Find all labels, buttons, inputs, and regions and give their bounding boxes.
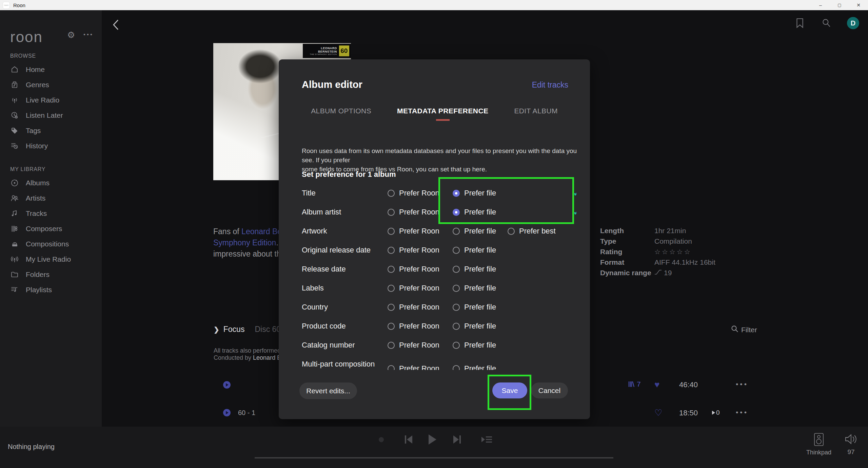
heart-outline-icon[interactable]: ♡ <box>654 408 662 418</box>
prefer-best-option[interactable]: Prefer best <box>508 227 556 236</box>
tab-album-options[interactable]: ALBUM OPTIONS <box>311 107 371 121</box>
album-link[interactable]: Symphony Edition <box>213 238 276 247</box>
radio-unselected[interactable] <box>388 304 395 311</box>
radio-unselected[interactable] <box>453 342 460 349</box>
sidebar-item-playlists[interactable]: Playlists <box>10 282 98 297</box>
track-more-button[interactable]: ••• <box>736 408 748 416</box>
sidebar-item-genres[interactable]: Genres <box>10 77 98 92</box>
radio-unselected[interactable] <box>453 323 460 330</box>
prefer-file-option[interactable]: Prefer file <box>453 303 508 312</box>
prefer-roon-option[interactable]: Prefer Roon <box>388 189 453 198</box>
disc-filter-dropdown[interactable]: Disc 60 <box>255 325 281 334</box>
avatar[interactable]: D <box>847 17 859 29</box>
cancel-button[interactable]: Cancel <box>531 382 568 398</box>
close-button[interactable]: ✕ <box>849 0 868 10</box>
back-button[interactable] <box>112 19 120 32</box>
play-button[interactable] <box>428 434 437 445</box>
preference-label: Artwork <box>302 227 388 236</box>
sidebar-item-albums[interactable]: Albums <box>10 175 98 190</box>
radio-unselected[interactable] <box>388 285 395 292</box>
preference-label: Labels <box>302 284 388 293</box>
radio-unselected[interactable] <box>453 266 460 273</box>
prefer-file-option[interactable]: Prefer file <box>453 265 508 274</box>
sidebar-item-folders[interactable]: Folders <box>10 267 98 282</box>
filter-control[interactable]: Filter <box>731 325 757 334</box>
play-track-button[interactable] <box>223 409 231 416</box>
prefer-file-option[interactable]: Prefer file <box>453 364 508 370</box>
edit-tracks-link[interactable]: Edit tracks <box>532 80 568 90</box>
prefer-file-option[interactable]: Prefer file <box>453 208 508 217</box>
radio-unselected[interactable] <box>453 285 460 292</box>
tab-edit-album[interactable]: EDIT ALBUM <box>514 107 557 121</box>
save-button[interactable]: Save <box>492 382 527 398</box>
prefer-roon-option[interactable]: Prefer Roon <box>388 208 453 217</box>
previous-track-button[interactable] <box>404 435 413 444</box>
focus-button[interactable]: Focus <box>223 325 245 334</box>
volume-control[interactable]: 97 <box>841 433 861 456</box>
tab-metadata-preference[interactable]: METADATA PREFERENCE <box>397 107 488 121</box>
more-options-icon[interactable]: ••• <box>83 31 94 38</box>
sidebar-section-label: BROWSE <box>10 53 98 59</box>
search-icon[interactable] <box>822 18 831 30</box>
sidebar-item-tags[interactable]: Tags <box>10 123 98 138</box>
composers-icon <box>10 224 19 233</box>
prefer-file-option[interactable]: Prefer file <box>453 189 508 198</box>
radio-unselected[interactable] <box>453 304 460 311</box>
sidebar-item-tracks[interactable]: Tracks <box>10 206 98 221</box>
radio-unselected[interactable] <box>508 228 515 235</box>
set-preference-heading: Set preference for 1 album <box>302 170 396 179</box>
prefer-roon-option[interactable]: Prefer Roon <box>388 341 453 350</box>
sidebar-item-composers[interactable]: Composers <box>10 221 98 236</box>
radio-unselected[interactable] <box>388 228 395 235</box>
heart-filled-icon[interactable]: ♥ <box>654 379 659 390</box>
queue-icon[interactable] <box>481 435 492 444</box>
sidebar-item-artists[interactable]: Artists <box>10 190 98 206</box>
minimize-button[interactable]: – <box>811 0 830 10</box>
play-track-button[interactable] <box>223 381 231 389</box>
album-info-type: TypeCompilation <box>600 236 715 246</box>
sidebar-item-label: Folders <box>26 270 50 279</box>
rating-stars[interactable]: ☆☆☆☆☆ <box>654 248 692 256</box>
track-more-button[interactable]: ••• <box>736 380 748 388</box>
radio-unselected[interactable] <box>388 342 395 349</box>
prefer-roon-option[interactable]: Prefer Roon <box>388 227 453 236</box>
record-button[interactable] <box>379 437 384 442</box>
prefer-file-option[interactable]: Prefer file <box>453 246 508 255</box>
versions-control[interactable]: 7 <box>628 380 641 388</box>
prefer-roon-option[interactable]: Prefer Roon <box>388 322 453 331</box>
radio-unselected[interactable] <box>388 266 395 273</box>
radio-unselected[interactable] <box>388 323 395 330</box>
maximize-button[interactable]: ▢ <box>830 0 849 10</box>
prefer-roon-option[interactable]: Prefer Roon <box>388 284 453 293</box>
next-track-button[interactable] <box>453 435 461 444</box>
sidebar-item-compositions[interactable]: Compositions <box>10 236 98 251</box>
revert-edits-button[interactable]: Revert edits... <box>299 382 357 399</box>
radio-selected[interactable] <box>453 209 460 216</box>
bookmark-icon[interactable] <box>795 18 804 30</box>
radio-unselected[interactable] <box>453 228 460 235</box>
radio-unselected[interactable] <box>388 365 395 370</box>
radio-unselected[interactable] <box>388 190 395 197</box>
radio-unselected[interactable] <box>453 247 460 254</box>
prefer-file-option[interactable]: Prefer file <box>453 341 508 350</box>
sidebar-item-live-radio[interactable]: Live Radio <box>10 92 98 108</box>
radio-selected[interactable] <box>453 190 460 197</box>
prefer-file-option[interactable]: Prefer file <box>453 284 508 293</box>
radio-unselected[interactable] <box>388 209 395 216</box>
sidebar-item-history[interactable]: History <box>10 138 98 153</box>
settings-gear-icon[interactable]: ⚙ <box>67 30 75 40</box>
prefer-roon-option[interactable]: Prefer Roon <box>388 265 453 274</box>
prefer-file-option[interactable]: Prefer file <box>453 227 508 236</box>
prefer-roon-option[interactable]: Prefer Roon <box>388 303 453 312</box>
prefer-roon-option[interactable]: Prefer Roon <box>388 246 453 255</box>
sidebar-item-my-live-radio[interactable]: My Live Radio <box>10 251 98 267</box>
prefer-file-option[interactable]: Prefer file <box>453 322 508 331</box>
sidebar-item-home[interactable]: Home <box>10 62 98 77</box>
radio-unselected[interactable] <box>453 365 460 370</box>
zone-selector[interactable]: Thinkpad <box>804 433 833 456</box>
seek-bar[interactable] <box>255 457 613 458</box>
radio-unselected[interactable] <box>388 247 395 254</box>
album-info-panel: Length1hr 21minTypeCompilationRating☆☆☆☆… <box>600 225 715 278</box>
prefer-roon-option[interactable]: Prefer Roon <box>388 364 453 370</box>
sidebar-item-listen-later[interactable]: Listen Later <box>10 108 98 123</box>
